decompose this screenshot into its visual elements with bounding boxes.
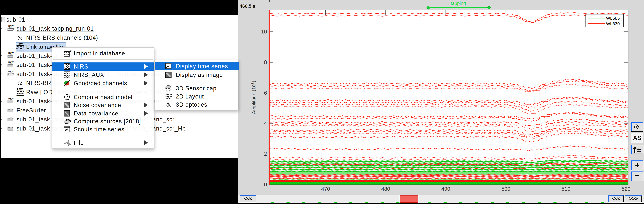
svg-text:510: 510 [562,186,570,192]
svg-text:10: 10 [261,29,267,35]
svg-text:8: 8 [264,59,267,65]
svg-text:Amplitude (103): Amplitude (103) [250,81,256,114]
svg-text:490: 490 [441,186,450,192]
svg-text:WL830: WL830 [606,21,620,26]
svg-text:±: ± [637,146,641,154]
svg-text:520: 520 [622,186,630,192]
svg-text:0: 0 [264,182,267,188]
svg-text:tapping: tapping [450,1,466,6]
svg-text:480: 480 [381,186,390,192]
svg-text:4: 4 [264,120,267,126]
svg-text:2: 2 [264,151,267,157]
svg-text:RAW: RAW [17,88,23,91]
svg-text:RAW: RAW [8,70,14,73]
svg-text:470: 470 [321,186,330,192]
svg-text:RAW: RAW [8,25,14,27]
svg-text:6: 6 [264,90,267,96]
svg-text:500: 500 [502,186,510,192]
svg-text:RAW: RAW [17,43,23,45]
svg-text:WL685: WL685 [606,16,620,21]
